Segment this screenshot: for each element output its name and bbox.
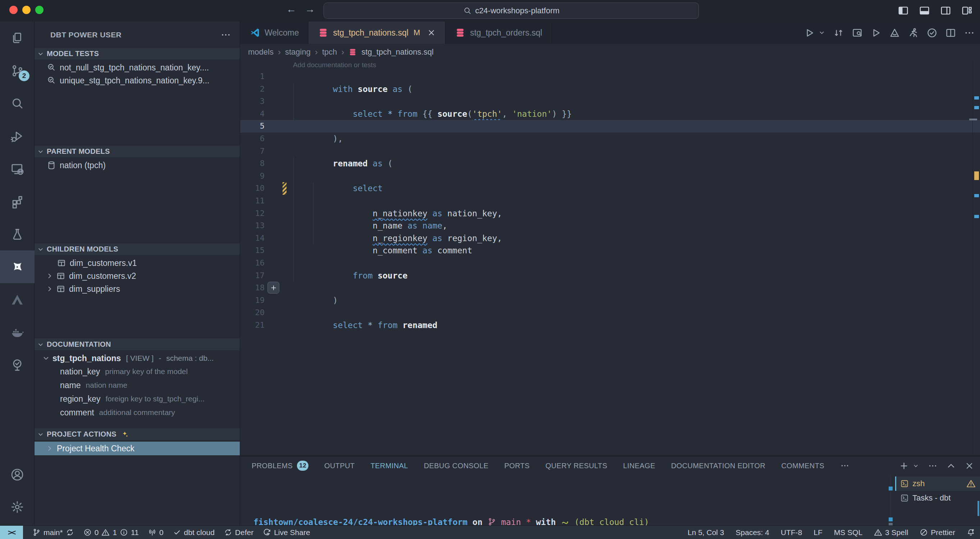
code-line-5[interactable]: 5), bbox=[240, 120, 980, 133]
list-item[interactable]: dim_suppliers bbox=[35, 283, 240, 296]
breadcrumb-file[interactable]: stg_tpch_nations.sql bbox=[361, 48, 434, 57]
run-query-icon[interactable] bbox=[804, 27, 815, 38]
doc-column-row[interactable]: name nation name bbox=[35, 378, 240, 392]
activity-item-dbt-docs[interactable] bbox=[0, 283, 35, 316]
code-line-8[interactable]: 8 bbox=[240, 157, 980, 170]
code-line-10[interactable]: 10 bbox=[240, 182, 980, 195]
code-line-12[interactable]: 12 n_name as name, bbox=[240, 207, 980, 220]
panel-tab-documentation-editor[interactable]: DOCUMENTATION EDITOR bbox=[671, 462, 765, 470]
close-window-button[interactable] bbox=[10, 6, 18, 14]
activity-item-settings[interactable] bbox=[0, 491, 35, 523]
zoom-window-button[interactable] bbox=[35, 6, 43, 14]
status-encoding[interactable]: UTF-8 bbox=[781, 528, 802, 537]
pane-header[interactable]: PROJECT ACTIONS bbox=[35, 428, 240, 440]
code-editor[interactable]: models›staging›tpch› stg_tpch_nations.sq… bbox=[240, 44, 980, 456]
code-line-21[interactable]: 21 bbox=[240, 319, 980, 332]
status-live-share[interactable]: Live Share bbox=[263, 528, 310, 537]
code-line-11[interactable]: 11 n_nationkey as nation_key, bbox=[240, 195, 980, 207]
maximize-panel-icon[interactable] bbox=[946, 461, 956, 471]
minimize-window-button[interactable] bbox=[22, 6, 30, 14]
list-item[interactable]: not_null_stg_tpch_nations_nation_key.... bbox=[35, 61, 240, 74]
status-spell-checker[interactable]: 3 Spell bbox=[874, 528, 908, 537]
doc-column-row[interactable]: comment additional commentary bbox=[35, 406, 240, 419]
code-line-7[interactable]: 7renamed as ( bbox=[240, 145, 980, 158]
activity-item-project-health[interactable] bbox=[0, 348, 35, 381]
terminal-tab-zsh[interactable]: zsh bbox=[895, 477, 980, 491]
test-model-icon[interactable] bbox=[926, 27, 937, 38]
run-model-icon[interactable] bbox=[908, 27, 919, 38]
remote-indicator[interactable]: >< bbox=[0, 526, 23, 539]
doc-column-row[interactable]: nation_key primary key of the model bbox=[35, 365, 240, 378]
status-prettier[interactable]: Prettier bbox=[920, 528, 955, 537]
list-item[interactable]: dim_customers.v1 bbox=[35, 256, 240, 269]
panel-more-actions-icon[interactable] bbox=[928, 461, 937, 471]
doc-column-row[interactable]: region_key foreign key to stg_tpch_regi.… bbox=[35, 392, 240, 406]
sidebar-more-actions-icon[interactable] bbox=[220, 29, 231, 40]
activity-item-explorer[interactable] bbox=[0, 22, 35, 54]
code-line-4[interactable]: 4 bbox=[240, 108, 980, 120]
status-eol[interactable]: LF bbox=[813, 528, 822, 537]
list-item[interactable]: dim_customers.v2 bbox=[35, 269, 240, 283]
activity-item-extensions[interactable] bbox=[0, 185, 35, 218]
close-tab-icon[interactable] bbox=[427, 29, 436, 37]
tab-stg_tpch_nations-sql[interactable]: stg_tpch_nations.sql M bbox=[309, 22, 445, 44]
tab-Welcome[interactable]: Welcome bbox=[240, 22, 309, 44]
panel-tab-debug-console[interactable]: DEBUG CONSOLE bbox=[424, 462, 488, 470]
status-ports-forwarded[interactable]: 0 bbox=[148, 528, 164, 537]
preview-compiled-icon[interactable] bbox=[852, 27, 863, 38]
tab-stg_tpch_orders-sql[interactable]: stg_tpch_orders.sql bbox=[445, 22, 552, 44]
pane-header[interactable]: CHILDREN MODELS bbox=[35, 243, 240, 255]
activity-item-testing[interactable] bbox=[0, 218, 35, 250]
status-dbt-cloud[interactable]: dbt cloud bbox=[173, 528, 215, 537]
customize-layout-icon[interactable] bbox=[961, 5, 973, 16]
pane-header[interactable]: PARENT MODELS bbox=[35, 146, 240, 157]
panel-tab-query-results[interactable]: QUERY RESULTS bbox=[546, 462, 607, 470]
terminal-tab-tasks---dbt[interactable]: Tasks - dbt bbox=[895, 491, 980, 505]
code-line-16[interactable]: 16 from source bbox=[240, 257, 980, 269]
status-defer[interactable]: Defer bbox=[224, 528, 253, 537]
list-item[interactable]: nation (tpch) bbox=[35, 159, 240, 172]
code-line-6[interactable]: 6 bbox=[240, 133, 980, 145]
code-line-19[interactable]: 19 bbox=[240, 294, 980, 307]
activity-item-accounts[interactable] bbox=[0, 458, 35, 491]
activity-item-run-debug[interactable] bbox=[0, 120, 35, 153]
terminal-dropdown-icon[interactable] bbox=[912, 463, 919, 469]
panel-tab-problems[interactable]: PROBLEMS 12 bbox=[251, 461, 309, 471]
pane-header[interactable]: MODEL TESTS bbox=[35, 48, 240, 60]
status-git-branch[interactable]: main* bbox=[32, 528, 74, 537]
more-actions-icon[interactable] bbox=[964, 27, 975, 38]
breadcrumb-item[interactable]: models bbox=[248, 48, 274, 57]
status-cursor-position[interactable]: Ln 5, Col 3 bbox=[688, 528, 724, 537]
code-line-13[interactable]: 13 n_regionkey as region_key, bbox=[240, 219, 980, 232]
code-line-20[interactable]: 20select * from renamed bbox=[240, 307, 980, 319]
panel-tab-terminal[interactable]: TERMINAL bbox=[371, 462, 408, 470]
status-problems[interactable]: 0111 bbox=[83, 528, 139, 537]
terminal-command-decoration[interactable] bbox=[889, 517, 892, 522]
back-button[interactable]: ← bbox=[284, 3, 298, 15]
code-line-18[interactable]: 18) bbox=[240, 282, 980, 294]
close-panel-icon[interactable] bbox=[964, 461, 974, 471]
code-line-9[interactable]: 9 select bbox=[240, 170, 980, 183]
toggle-panel-icon[interactable] bbox=[918, 5, 931, 16]
new-terminal-icon[interactable] bbox=[899, 461, 909, 471]
activity-item-remote-explorer[interactable] bbox=[0, 153, 35, 185]
terminal-scrollbar[interactable] bbox=[977, 501, 979, 516]
execute-model-icon[interactable] bbox=[870, 27, 881, 38]
code-line-15[interactable]: 15 bbox=[240, 244, 980, 257]
toggle-sidebar-icon[interactable] bbox=[897, 5, 909, 16]
list-item[interactable]: unique_stg_tpch_nations_nation_key.9... bbox=[35, 74, 240, 87]
panel-tab-lineage[interactable]: LINEAGE bbox=[623, 462, 655, 470]
terminal-command-decoration[interactable] bbox=[889, 487, 892, 490]
run-dropdown-icon[interactable] bbox=[818, 29, 826, 36]
dbt-docs-view-icon[interactable] bbox=[889, 27, 900, 38]
status-indentation[interactable]: Spaces: 4 bbox=[735, 528, 769, 537]
forward-button[interactable]: → bbox=[303, 3, 317, 15]
activity-item-dbt-power-user[interactable] bbox=[0, 250, 35, 283]
status-language-mode[interactable]: MS SQL bbox=[834, 528, 862, 537]
split-editor-icon[interactable] bbox=[945, 27, 956, 38]
panel-tab-comments[interactable]: COMMENTS bbox=[781, 462, 824, 470]
status-notifications[interactable] bbox=[967, 528, 975, 536]
pane-header[interactable]: DOCUMENTATION bbox=[35, 339, 240, 350]
panel-tab-ports[interactable]: PORTS bbox=[504, 462, 530, 470]
code-line-1[interactable]: 1with source as ( bbox=[240, 70, 980, 83]
